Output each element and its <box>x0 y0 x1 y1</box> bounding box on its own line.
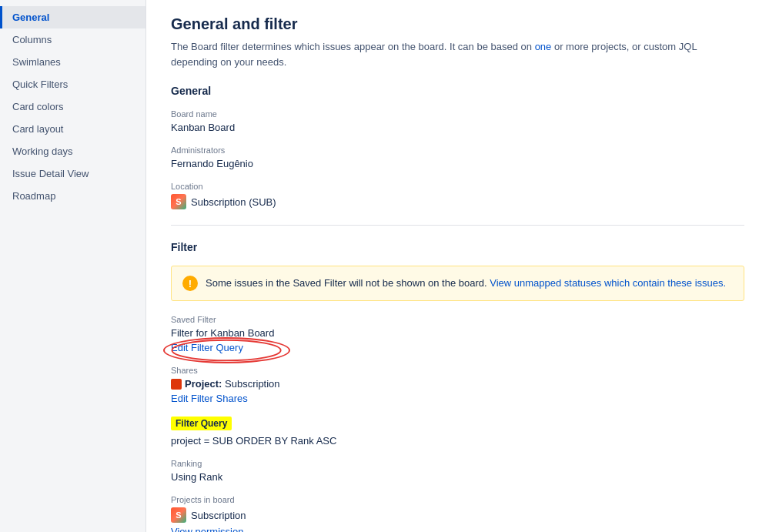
location-value: Subscription (SUB) <box>191 196 276 208</box>
saved-filter-label: Saved Filter <box>171 315 744 324</box>
warning-icon: ! <box>182 276 198 291</box>
projects-in-board-row: S Subscription <box>171 507 744 523</box>
filter-name: Filter for Kanban Board <box>171 327 744 339</box>
location-field: Location S Subscription (SUB) <box>171 182 744 209</box>
administrators-label: Administrators <box>171 146 744 155</box>
administrators-value: Fernando Eugênio <box>171 158 744 169</box>
projects-in-board-field: Projects in board S Subscription View pe… <box>171 495 744 532</box>
ranking-value: Using Rank <box>171 471 744 483</box>
location-label: Location <box>171 182 744 191</box>
projects-in-board-value: Subscription <box>191 510 246 521</box>
saved-filter-field: Saved Filter Filter for Kanban Board Edi… <box>171 315 744 353</box>
projects-in-board-label: Projects in board <box>171 495 744 504</box>
sidebar-item-roadmap[interactable]: Roadmap <box>0 185 145 207</box>
project-icon-2: S <box>171 507 186 523</box>
ranking-label: Ranking <box>171 459 744 468</box>
one-link[interactable]: one <box>535 41 552 52</box>
sidebar-item-quick-filters[interactable]: Quick Filters <box>0 73 145 95</box>
sidebar-item-card-layout[interactable]: Card layout <box>0 118 145 140</box>
ranking-field: Ranking Using Rank <box>171 459 744 483</box>
view-permission-link[interactable]: View permission <box>171 526 243 532</box>
shares-label: Shares <box>171 366 744 375</box>
edit-filter-query-container: Edit Filter Query <box>171 342 243 353</box>
filter-query-badge: Filter Query <box>171 417 232 430</box>
filter-query-value: project = SUB ORDER BY Rank ASC <box>171 435 744 447</box>
main-content: General and filter The Board filter dete… <box>146 0 769 532</box>
project-icon: S <box>171 194 186 209</box>
section-divider <box>171 225 744 226</box>
location-row: S Subscription (SUB) <box>171 194 744 209</box>
administrators-field: Administrators Fernando Eugênio <box>171 146 744 169</box>
board-name-value: Kanban Board <box>171 122 744 133</box>
filter-section-title: Filter <box>171 241 744 253</box>
filter-query-field: Filter Query project = SUB ORDER BY Rank… <box>171 417 744 447</box>
shares-project-value: Subscription <box>225 378 280 390</box>
board-name-label: Board name <box>171 109 744 119</box>
view-unmapped-link[interactable]: View unmapped statuses which contain the… <box>490 277 726 289</box>
shares-row: Project: Subscription <box>171 378 744 390</box>
shares-project-prefix: Project: <box>185 378 222 390</box>
shares-field: Shares Project: Subscription Edit Filter… <box>171 366 744 404</box>
edit-filter-query-link[interactable]: Edit Filter Query <box>171 342 243 353</box>
page-description: The Board filter determines which issues… <box>171 39 744 69</box>
general-section-title: General <box>171 85 744 97</box>
board-name-field: Board name Kanban Board <box>171 109 744 133</box>
warning-text: Some issues in the Saved Filter will not… <box>206 276 726 291</box>
sidebar: General Columns Swimlanes Quick Filters … <box>0 0 146 532</box>
sidebar-item-columns[interactable]: Columns <box>0 28 145 51</box>
lock-icon <box>171 379 182 390</box>
sidebar-item-swimlanes[interactable]: Swimlanes <box>0 51 145 73</box>
sidebar-item-general[interactable]: General <box>0 6 145 28</box>
sidebar-item-issue-detail-view[interactable]: Issue Detail View <box>0 162 145 185</box>
sidebar-item-card-colors[interactable]: Card colors <box>0 95 145 118</box>
sidebar-item-working-days[interactable]: Working days <box>0 140 145 162</box>
edit-filter-shares-link[interactable]: Edit Filter Shares <box>171 393 248 404</box>
warning-box: ! Some issues in the Saved Filter will n… <box>171 266 744 301</box>
page-title: General and filter <box>171 15 744 33</box>
